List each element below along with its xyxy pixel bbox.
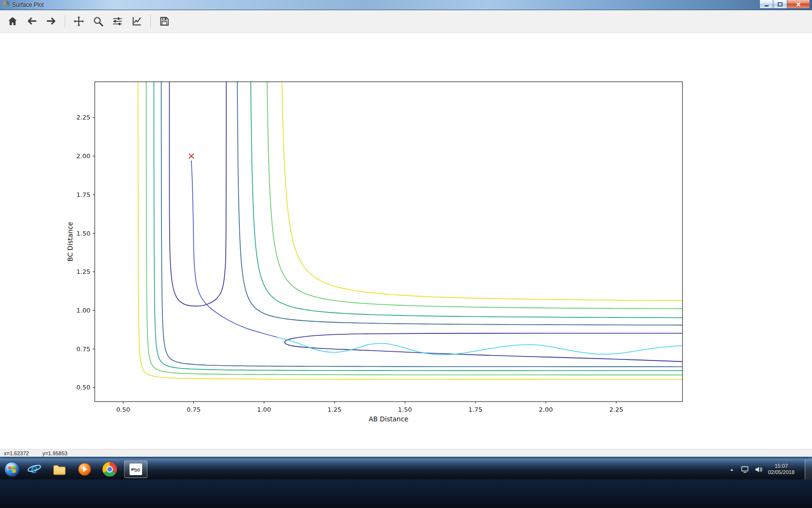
- maximize-button[interactable]: [773, 0, 787, 9]
- line-chart-icon: [131, 15, 143, 27]
- contour-line: [154, 74, 696, 371]
- forward-button[interactable]: [42, 12, 60, 30]
- back-arrow-icon: [26, 15, 38, 27]
- contour-lines: [138, 74, 697, 379]
- contour-plot[interactable]: 0.500.751.001.251.501.752.002.250.500.75…: [0, 33, 812, 449]
- close-icon: [796, 1, 801, 7]
- floppy-save-icon: [159, 15, 170, 27]
- contour-line: [267, 74, 696, 309]
- start-button[interactable]: [2, 460, 22, 479]
- ipython-label: IP[y]:: [131, 467, 141, 472]
- minimize-icon: [764, 1, 769, 7]
- y-tick-label: 0.50: [76, 384, 90, 391]
- y-tick-label: 2.00: [76, 152, 90, 160]
- contour-line: [237, 74, 696, 325]
- start-marker: [189, 154, 194, 159]
- contour-line: [161, 74, 697, 367]
- x-tick-label: 1.50: [398, 406, 412, 413]
- clock-time: 15:07: [768, 463, 795, 469]
- ipython-icon: IP[y]:: [130, 463, 142, 475]
- taskbar-item-chrome[interactable]: [97, 460, 122, 479]
- maximize-icon: [777, 1, 783, 7]
- matplotlib-logo-icon: [3, 0, 10, 9]
- show-desktop-button[interactable]: [805, 459, 812, 479]
- contour-line: [146, 74, 697, 375]
- taskbar-clock[interactable]: 15:07 02/05/2018: [768, 463, 795, 476]
- taskbar-item-windows-explorer[interactable]: [47, 460, 72, 479]
- pan-move-icon: [73, 15, 85, 27]
- svg-text:e: e: [31, 462, 38, 476]
- back-button[interactable]: [23, 12, 41, 30]
- titlebar[interactable]: Surface Plot: [0, 0, 812, 10]
- toolbar-separator: [65, 15, 65, 28]
- zoom-button[interactable]: [89, 12, 107, 30]
- contour-line: [169, 79, 226, 306]
- y-tick-label: 0.75: [76, 345, 90, 353]
- trajectory-line: [277, 337, 684, 355]
- home-button[interactable]: [3, 12, 22, 30]
- folder-icon: [52, 462, 67, 477]
- forward-arrow-icon: [45, 15, 57, 27]
- taskbar-item-media-player[interactable]: [72, 460, 97, 479]
- figure-canvas[interactable]: 0.500.751.001.251.501.752.002.250.500.75…: [0, 33, 812, 449]
- minimize-button[interactable]: [759, 0, 773, 9]
- media-player-icon: [77, 462, 92, 477]
- y-axis-label: BC Distance: [66, 222, 74, 262]
- window-controls: [759, 0, 810, 9]
- configure-subplots-button[interactable]: [108, 12, 127, 30]
- toolbar-separator: [150, 15, 151, 28]
- y-tick-label: 1.25: [76, 268, 90, 275]
- x-tick-label: 1.00: [257, 406, 271, 413]
- cursor-x-readout: x=1.62372: [4, 450, 29, 456]
- network-status-icon[interactable]: [741, 466, 749, 473]
- edit-parameters-button[interactable]: [128, 12, 146, 30]
- cursor-y-readout: y=1.95853: [43, 450, 68, 456]
- x-tick-label: 0.50: [116, 406, 130, 413]
- y-tick-label: 2.25: [76, 114, 90, 121]
- x-tick-label: 2.00: [539, 406, 553, 413]
- y-tick-label: 1.00: [76, 307, 90, 314]
- clock-date: 02/05/2018: [768, 469, 795, 476]
- save-button[interactable]: [155, 12, 174, 30]
- x-tick-label: 2.25: [609, 406, 624, 413]
- taskbar-item-internet-explorer[interactable]: e: [22, 460, 47, 479]
- internet-explorer-icon: e: [27, 462, 42, 477]
- pan-button[interactable]: [70, 12, 88, 30]
- trajectory-line: [191, 161, 277, 337]
- volume-icon[interactable]: [754, 466, 763, 473]
- x-axis-label: AB Distance: [369, 415, 408, 423]
- contour-line: [251, 74, 696, 318]
- sliders-icon: [112, 15, 123, 27]
- windows-orb-icon: [4, 461, 20, 478]
- desktop: Surface Plot: [0, 0, 812, 508]
- plot-toolbar: [0, 10, 812, 33]
- taskbar: e: [0, 459, 812, 479]
- y-tick-label: 1.50: [76, 230, 90, 237]
- window-title: Surface Plot: [12, 1, 44, 8]
- chrome-icon: [102, 462, 117, 477]
- home-icon: [7, 15, 18, 27]
- close-button[interactable]: [787, 0, 810, 9]
- statusbar: x=1.62372 y=1.95853: [0, 449, 812, 457]
- x-tick-label: 1.75: [468, 406, 482, 413]
- contour-line: [285, 333, 687, 362]
- contour-line: [282, 74, 696, 300]
- taskbar-item-ipython[interactable]: IP[y]:: [124, 461, 147, 478]
- x-tick-label: 1.25: [328, 406, 342, 413]
- surface-plot-window: Surface Plot: [0, 0, 812, 456]
- tray-expand-icon[interactable]: [728, 466, 736, 473]
- system-tray: 15:07 02/05/2018: [728, 459, 812, 479]
- x-tick-label: 0.75: [187, 406, 201, 413]
- y-tick-label: 1.75: [76, 191, 90, 198]
- magnifier-icon: [92, 15, 104, 27]
